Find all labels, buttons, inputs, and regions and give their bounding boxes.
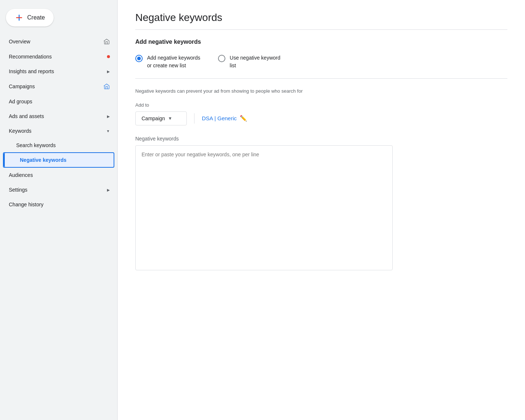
create-button-wrapper: Create [0, 6, 117, 34]
change-history-label: Change history [9, 202, 43, 207]
radio-use-list-circle [218, 55, 225, 62]
main-content: Negative keywords Add negative keywords … [118, 0, 525, 420]
radio-use-list-label: Use negative keywordlist [230, 54, 281, 70]
create-label: Create [27, 14, 45, 21]
sidebar-item-settings[interactable]: Settings ▶ [0, 182, 117, 197]
sidebar-item-insights[interactable]: Insights and reports ▶ [0, 64, 117, 79]
add-to-row: Campaign ▼ DSA | Generic ✏️ [135, 111, 507, 125]
audiences-label: Audiences [9, 172, 33, 178]
create-button[interactable]: Create [6, 9, 54, 26]
sidebar-item-ads-assets[interactable]: Ads and assets ▶ [0, 109, 117, 124]
campaign-dropdown[interactable]: Campaign ▼ [135, 111, 187, 125]
ads-assets-label: Ads and assets [9, 113, 44, 119]
radio-option-add-create[interactable]: Add negative keywordsor create new list [135, 54, 200, 70]
sidebar-item-campaigns[interactable]: Campaigns [0, 79, 117, 94]
recommendations-badge [107, 55, 110, 58]
insights-expand-icon: ▶ [107, 70, 110, 74]
dsa-generic-label: DSA | Generic [202, 115, 237, 121]
sidebar-item-ad-groups[interactable]: Ad groups [0, 94, 117, 109]
ads-assets-expand-icon: ▶ [107, 114, 110, 118]
overview-label: Overview [9, 39, 30, 45]
ad-groups-label: Ad groups [9, 99, 32, 104]
edit-icon: ✏️ [240, 115, 247, 122]
keywords-expand-icon: ▼ [106, 129, 110, 133]
sidebar-item-negative-keywords[interactable]: Negative keywords [4, 153, 114, 167]
campaigns-home-icon [103, 83, 110, 90]
dsa-generic-link[interactable]: DSA | Generic ✏️ [202, 115, 247, 122]
keywords-section-label: Negative keywords [135, 136, 507, 142]
sidebar-item-recommendations[interactable]: Recommendations [0, 49, 117, 64]
radio-add-create-label: Add negative keywordsor create new list [147, 54, 200, 70]
sidebar: Create Overview Recommendations Insights… [0, 0, 118, 420]
settings-label: Settings [9, 187, 28, 193]
radio-option-use-list[interactable]: Use negative keywordlist [218, 54, 281, 70]
section-title: Add negative keywords [135, 39, 507, 45]
insights-label: Insights and reports [9, 68, 54, 74]
description-text: Negative keywords can prevent your ad fr… [135, 88, 507, 95]
sidebar-item-keywords[interactable]: Keywords ▼ [0, 124, 117, 138]
google-plus-icon [15, 13, 24, 22]
dropdown-arrow-icon: ▼ [168, 116, 172, 121]
add-to-label: Add to [135, 102, 507, 108]
sidebar-item-overview[interactable]: Overview [0, 34, 117, 49]
campaign-dropdown-label: Campaign [142, 115, 165, 121]
campaigns-label: Campaigns [9, 83, 35, 89]
page-title: Negative keywords [135, 12, 507, 30]
sidebar-item-audiences[interactable]: Audiences [0, 168, 117, 182]
radio-add-create-circle [135, 55, 143, 62]
recommendations-label: Recommendations [9, 54, 52, 60]
settings-expand-icon: ▶ [107, 188, 110, 192]
radio-group: Add negative keywordsor create new list … [135, 54, 507, 79]
search-keywords-label: Search keywords [16, 142, 56, 148]
keywords-textarea[interactable] [135, 145, 393, 270]
sidebar-item-change-history[interactable]: Change history [0, 197, 117, 212]
add-negative-keywords-section: Add negative keywords Add negative keywo… [135, 39, 507, 272]
keywords-label: Keywords [9, 128, 31, 134]
negative-keywords-label: Negative keywords [20, 157, 67, 163]
vertical-divider [194, 113, 194, 124]
sidebar-item-search-keywords[interactable]: Search keywords [0, 138, 117, 152]
home-icon [103, 38, 110, 45]
